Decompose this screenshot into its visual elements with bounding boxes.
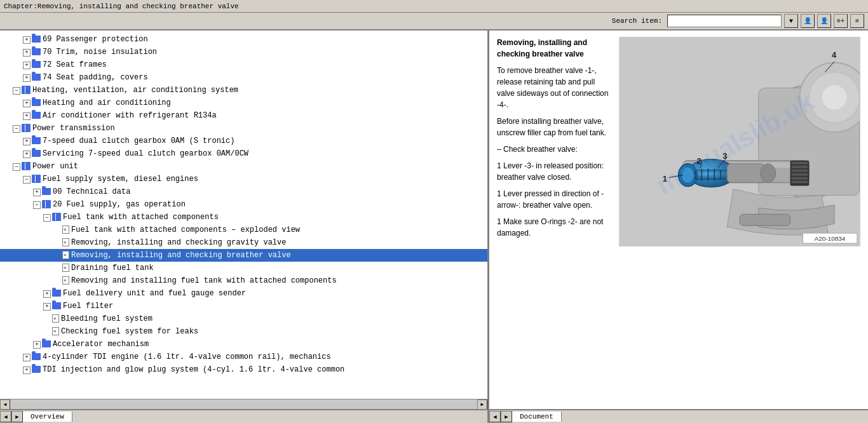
doc-icon: [62, 264, 69, 272]
tree-item-6[interactable]: +Heating and air conditioning: [0, 97, 487, 109]
expand-icon[interactable]: +: [23, 49, 31, 57]
tree-item-label: 69 Passenger protection: [43, 35, 148, 44]
tree-item-9[interactable]: +7-speed dual clutch gearbox 0AM (S tron…: [0, 135, 487, 147]
tree-item-24[interactable]: Checking fuel system for leaks: [0, 325, 487, 338]
expand-icon[interactable]: +: [23, 100, 31, 107]
tree-item-11[interactable]: −Power unit: [0, 160, 487, 173]
tree-item-3[interactable]: +72 Seat frames: [0, 58, 487, 71]
horizontal-scrollbar[interactable]: ◀ ▶: [0, 399, 487, 409]
tree-item-label: 20 Fuel supply, gas operation: [53, 200, 186, 209]
expand-icon[interactable]: +: [43, 303, 51, 311]
expand-icon[interactable]: −: [33, 201, 41, 209]
expand-icon[interactable]: −: [13, 87, 20, 95]
document-tab[interactable]: Document: [512, 412, 562, 422]
tree-item-label: Bleeding fuel system: [61, 314, 153, 323]
tree-item-label: Servicing 7-speed dual clutch gearbox 0A…: [43, 149, 248, 158]
tree-item-16[interactable]: Fuel tank with attached components – exp…: [0, 224, 487, 236]
tree-item-label: Power unit: [32, 162, 78, 171]
expand-icon[interactable]: +: [23, 112, 31, 120]
doc-paragraph-1: Before installing breather valve, unscre…: [497, 116, 613, 138]
folder-icon: [32, 150, 41, 157]
doc-nav-back-btn[interactable]: ◀: [489, 411, 501, 422]
book-icon: [52, 213, 61, 221]
menu-btn-1[interactable]: ≡+: [834, 14, 848, 28]
tree-item-10[interactable]: +Servicing 7-speed dual clutch gearbox 0…: [0, 147, 487, 160]
tree-item-4[interactable]: +74 Seat padding, covers: [0, 71, 487, 84]
scroll-right-btn[interactable]: ▶: [477, 399, 487, 410]
expand-icon[interactable]: +: [23, 62, 31, 69]
expand-icon[interactable]: −: [13, 125, 20, 133]
title-bar: Chapter:Removing, installing and checkin…: [0, 0, 868, 13]
tree-item-13[interactable]: +00 Technical data: [0, 185, 487, 198]
svg-rect-25: [792, 181, 808, 184]
expand-icon[interactable]: +: [23, 74, 31, 82]
expand-icon[interactable]: +: [33, 341, 41, 349]
tree-item-label: Checking fuel system for leaks: [61, 327, 198, 336]
tree-item-1[interactable]: +69 Passenger protection: [0, 33, 487, 46]
folder-icon: [32, 61, 41, 68]
tree-item-5[interactable]: −Heating, ventilation, air conditioning …: [0, 84, 487, 97]
expand-icon[interactable]: +: [23, 354, 31, 361]
expand-icon[interactable]: +: [33, 189, 41, 196]
tree-item-15[interactable]: −Fuel tank with attached components: [0, 211, 487, 224]
user-btn-1[interactable]: 👤: [801, 14, 815, 28]
tree-item-label: TDI injection and glow plug system (4-cy…: [43, 365, 344, 374]
tree-item-27[interactable]: +TDI injection and glow plug system (4-c…: [0, 363, 487, 376]
expand-icon[interactable]: −: [43, 214, 51, 222]
folder-icon: [42, 188, 51, 195]
tree-item-label: 74 Seat padding, covers: [43, 73, 148, 82]
menu-btn-2[interactable]: ≡: [850, 14, 864, 28]
doc-nav-forward-btn[interactable]: ▶: [501, 411, 512, 422]
doc-icon: [52, 314, 59, 323]
doc-icon: [62, 238, 69, 246]
tree-item-8[interactable]: −Power transmission: [0, 122, 487, 135]
search-input[interactable]: [667, 15, 782, 27]
expand-icon[interactable]: −: [23, 176, 31, 184]
svg-text:2: 2: [696, 156, 701, 166]
tree-item-23[interactable]: Bleeding fuel system: [0, 312, 487, 325]
nav-forward-btn[interactable]: ▶: [11, 411, 23, 422]
expand-icon[interactable]: +: [43, 290, 51, 298]
folder-icon: [52, 290, 61, 297]
svg-point-18: [761, 164, 776, 183]
status-bar: ◀ ▶ Overview ◀ ▶ Document: [0, 409, 868, 423]
tree-item-18[interactable]: Removing, installing and checking breath…: [0, 249, 487, 262]
folder-icon: [32, 137, 41, 144]
tree-item-26[interactable]: +4-cylinder TDI engine (1.6 ltr. 4-valve…: [0, 351, 487, 363]
search-dropdown-btn[interactable]: ▼: [784, 14, 798, 28]
tree-item-7[interactable]: +Air conditioner with refrigerant R134a: [0, 109, 487, 122]
overview-tab-label: Overview: [31, 413, 64, 420]
tree-item-17[interactable]: Removing, installing and checking gravit…: [0, 236, 487, 249]
tree-item-14[interactable]: −20 Fuel supply, gas operation: [0, 198, 487, 211]
tree-container[interactable]: +69 Passenger protection+70 Trim, noise …: [0, 30, 487, 399]
nav-back-btn[interactable]: ◀: [0, 411, 11, 422]
search-label: Search item:: [612, 17, 662, 25]
svg-text:A20-10834: A20-10834: [815, 235, 846, 242]
expand-icon[interactable]: +: [23, 151, 31, 158]
left-panel: +69 Passenger protection+70 Trim, noise …: [0, 30, 489, 409]
engine-diagram: manualslib.uk 1 2 3 4 A20-10834: [620, 37, 860, 246]
expand-icon[interactable]: −: [13, 163, 20, 171]
expand-icon[interactable]: +: [23, 366, 31, 374]
tree-item-2[interactable]: +70 Trim, noise insulation: [0, 46, 487, 58]
scroll-left-btn[interactable]: ◀: [0, 399, 10, 410]
overview-tab[interactable]: Overview: [23, 412, 72, 422]
folder-icon: [32, 99, 41, 106]
tree-item-19[interactable]: Draining fuel tank: [0, 262, 487, 274]
folder-icon: [32, 74, 41, 81]
folder-icon: [32, 48, 41, 55]
book-icon: [22, 124, 31, 132]
tree-item-22[interactable]: +Fuel filter: [0, 300, 487, 312]
expand-icon[interactable]: +: [23, 138, 31, 145]
tree-item-21[interactable]: +Fuel delivery unit and fuel gauge sende…: [0, 287, 487, 300]
tree-item-20[interactable]: Removing and installing fuel tank with a…: [0, 274, 487, 287]
tree-item-label: Removing, installing and checking breath…: [71, 251, 291, 260]
scroll-track[interactable]: [10, 400, 477, 409]
doc-paragraph-5: 1 Make sure O-rings -2- are not damaged.: [497, 216, 613, 239]
expand-icon[interactable]: +: [23, 36, 31, 44]
tree-item-12[interactable]: −Fuel supply system, diesel engines: [0, 173, 487, 185]
user-btn-2[interactable]: 👤: [817, 14, 831, 28]
tree-item-25[interactable]: +Accelerator mechanism: [0, 338, 487, 351]
svg-rect-20: [792, 162, 808, 164]
doc-icon: [62, 276, 69, 285]
